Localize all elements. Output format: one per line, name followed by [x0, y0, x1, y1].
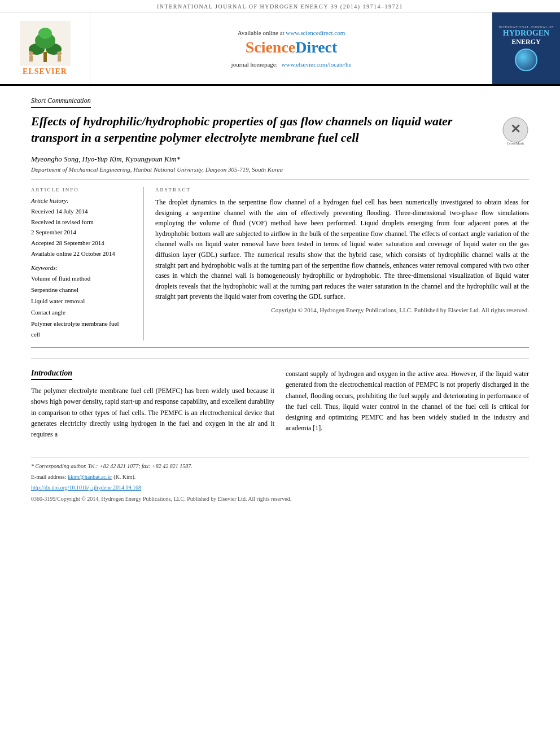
- available-online-text: Available online at www.sciencedirect.co…: [238, 29, 345, 36]
- crossmark-icon: ✕ CrossMark: [502, 116, 529, 146]
- elsevier-logo: ELSEVIER: [20, 21, 71, 76]
- svg-rect-7: [29, 56, 33, 62]
- article-type-label: Short Communication: [31, 97, 91, 108]
- badge-energy: ENERGY: [511, 38, 540, 46]
- journal-homepage-url[interactable]: www.elsevier.com/locate/he: [282, 61, 352, 68]
- article-info-column: ARTICLE INFO Article history: Received 1…: [31, 187, 144, 340]
- journal-homepage: journal homepage: www.elsevier.com/locat…: [231, 61, 352, 68]
- sciencedirect-url[interactable]: www.sciencedirect.com: [286, 29, 345, 36]
- affiliation: Department of Mechanical Engineering, Ha…: [31, 166, 529, 173]
- abstract-heading: ABSTRACT: [155, 187, 529, 193]
- article-columns: ARTICLE INFO Article history: Received 1…: [31, 180, 529, 348]
- issn-line: 0360-3199/Copyright © 2014, Hydrogen Ene…: [31, 496, 529, 502]
- email-note: E-mail address: kkim@hanbat.ac.kr (K. Ki…: [31, 473, 529, 482]
- badge-hydrogen: HYDROGEN: [503, 29, 549, 38]
- keywords-label: Keywords:: [31, 264, 134, 271]
- journal-citation: INTERNATIONAL JOURNAL OF HYDROGEN ENERGY…: [157, 3, 403, 10]
- sd-science: Science: [246, 38, 296, 56]
- svg-point-5: [38, 28, 52, 39]
- keyword-5: Polymer electrolyte membrane fuelcell: [31, 318, 134, 341]
- date-accepted: Accepted 28 September 2014: [31, 238, 134, 248]
- svg-text:✕: ✕: [510, 122, 520, 136]
- copyright-text: Copyright © 2014, Hydrogen Energy Public…: [155, 307, 529, 313]
- elsevier-tree-icon: [20, 21, 71, 66]
- badge-circle-icon: [515, 49, 537, 71]
- intro-heading: Introduction: [31, 369, 72, 380]
- date-received: Received 14 July 2014: [31, 206, 134, 217]
- svg-rect-1: [43, 52, 47, 62]
- svg-point-8: [57, 51, 62, 56]
- intro-left-text: The polymer electrolyte membrane fuel ce…: [31, 386, 274, 440]
- svg-point-6: [29, 51, 33, 56]
- crossmark-badge[interactable]: ✕ CrossMark: [502, 116, 529, 148]
- corresponding-author-note: * Corresponding author. Tel.: +82 42 821…: [31, 462, 529, 471]
- doi-line: http://dx.doi.org/10.1016/j.ijhydene.201…: [31, 483, 529, 492]
- title-section: Effects of hydrophilic/hydrophobic prope…: [31, 113, 529, 148]
- keywords-section: Keywords: Volume of fluid method Serpent…: [31, 264, 134, 340]
- sciencedirect-section: Available online at www.sciencedirect.co…: [90, 12, 492, 84]
- footer-area: * Corresponding author. Tel.: +82 42 821…: [31, 457, 529, 502]
- keywords-list: Volume of fluid method Serpentine channe…: [31, 273, 134, 340]
- journal-header-bar: INTERNATIONAL JOURNAL OF HYDROGEN ENERGY…: [0, 0, 560, 12]
- keyword-3: Liquid water removal: [31, 296, 134, 307]
- doi-link[interactable]: http://dx.doi.org/10.1016/j.ijhydene.201…: [31, 484, 141, 491]
- date-revised-label: Received in revised form: [31, 217, 134, 228]
- journal-badge: International Journal of HYDROGEN ENERGY: [498, 25, 554, 71]
- main-content: Short Communication Effects of hydrophil…: [0, 86, 560, 513]
- section-divider: [31, 358, 529, 359]
- journal-badge-section: International Journal of HYDROGEN ENERGY: [492, 12, 560, 84]
- article-history-label: Article history:: [31, 197, 134, 204]
- article-dates: Received 14 July 2014 Received in revise…: [31, 206, 134, 259]
- keyword-2: Serpentine channel: [31, 285, 134, 296]
- article-info-heading: ARTICLE INFO: [31, 187, 134, 193]
- elsevier-text: ELSEVIER: [23, 67, 67, 76]
- journal-header: ELSEVIER Available online at www.science…: [0, 12, 560, 86]
- email-link[interactable]: kkim@hanbat.ac.kr: [68, 474, 112, 480]
- svg-rect-9: [58, 56, 61, 62]
- article-title: Effects of hydrophilic/hydrophobic prope…: [31, 113, 493, 146]
- sd-direct: Direct: [295, 38, 337, 56]
- authors: Myeongho Song, Hyo-Yup Kim, Kyoungyoun K…: [31, 155, 529, 164]
- abstract-text: The droplet dynamics in the serpentine f…: [155, 197, 529, 302]
- elsevier-logo-section: ELSEVIER: [0, 12, 90, 84]
- intro-left-column: Introduction The polymer electrolyte mem…: [31, 369, 274, 440]
- date-revised: 2 September 2014: [31, 227, 134, 238]
- svg-text:CrossMark: CrossMark: [506, 141, 524, 146]
- sciencedirect-logo: ScienceDirect: [246, 38, 338, 56]
- keyword-4: Contact angle: [31, 307, 134, 318]
- date-available: Available online 22 October 2014: [31, 248, 134, 259]
- introduction-section: Introduction The polymer electrolyte mem…: [31, 369, 529, 440]
- intro-right-column: constant supply of hydrogen and oxygen i…: [286, 369, 529, 440]
- abstract-column: ABSTRACT The droplet dynamics in the ser…: [155, 187, 529, 340]
- keyword-1: Volume of fluid method: [31, 273, 134, 285]
- intro-right-text: constant supply of hydrogen and oxygen i…: [286, 369, 529, 434]
